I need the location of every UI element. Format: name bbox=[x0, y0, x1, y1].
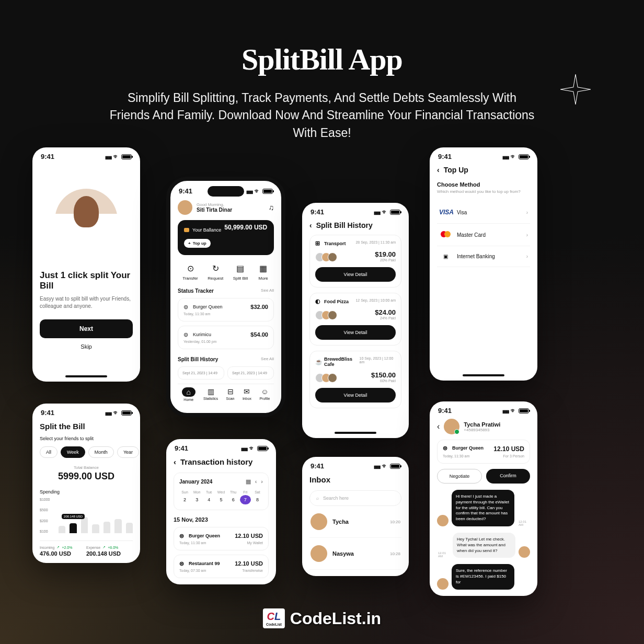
signal-icon bbox=[502, 153, 509, 160]
prev-icon[interactable]: ‹ bbox=[255, 478, 257, 485]
tracker-item[interactable]: ⊜Burger Queen$32.00 Today, 11:30 am bbox=[178, 298, 274, 321]
negotiate-button[interactable]: Negotiate bbox=[437, 469, 482, 484]
history-card[interactable]: Sept 21, 2023 | 14:49 bbox=[178, 366, 224, 380]
transaction-item[interactable]: ⊜Restaurant 9912.10 USD Today, 07:30 amT… bbox=[174, 555, 269, 578]
chevron-right-icon: › bbox=[526, 232, 528, 238]
food-icon: ⊜ bbox=[183, 332, 190, 338]
wifi-icon: ᯤ bbox=[113, 409, 120, 417]
calendar-day[interactable]: 6 bbox=[228, 495, 239, 504]
back-icon[interactable]: ‹ bbox=[437, 166, 440, 174]
history-card[interactable]: Sept 21, 2023 | 14:49 bbox=[227, 366, 274, 380]
wifi-icon: ᯤ bbox=[510, 153, 517, 160]
action-splitbill[interactable]: ▤Split Bill bbox=[233, 262, 248, 281]
clock: 9:41 bbox=[310, 208, 324, 216]
method-mastercard[interactable]: Master Card› bbox=[437, 224, 530, 246]
spending-label: Spending bbox=[40, 489, 133, 494]
tracker-title: Status Tracker bbox=[178, 288, 214, 294]
plus-icon: + bbox=[188, 241, 191, 246]
screen-home: 9:41 ᯤ Good Morning, Siti Tirta Dinar ♫ … bbox=[166, 177, 285, 417]
calendar: January 2024▦‹› SunMonTueWedThuFriSat 23… bbox=[174, 473, 269, 510]
action-transfer[interactable]: ⊙Transfer bbox=[182, 262, 198, 281]
incoming-label: Incoming bbox=[40, 546, 54, 549]
avatar[interactable] bbox=[178, 200, 192, 215]
nav-statistics[interactable]: ▥Statistics bbox=[203, 387, 218, 401]
view-detail-button[interactable]: View Detail bbox=[315, 267, 396, 282]
back-icon[interactable]: ‹ bbox=[437, 422, 440, 431]
mastercard-icon bbox=[439, 231, 452, 238]
calendar-day[interactable]: 4 bbox=[203, 495, 214, 504]
hero-section: SplitBill App Simplify Bill Splitting, T… bbox=[0, 0, 644, 142]
signal-icon bbox=[374, 208, 380, 216]
transfer-icon: ⊙ bbox=[185, 262, 196, 274]
transaction-item[interactable]: ⊜Burger Queen12.10 USD Today, 11:30 amMy… bbox=[174, 527, 269, 550]
nav-scan[interactable]: ⊟Scan bbox=[226, 387, 235, 401]
page-title: Split the Bill bbox=[40, 422, 133, 431]
notification-icon[interactable]: ♫ bbox=[269, 203, 274, 212]
watermark: CL CodeList CodeList.in bbox=[263, 608, 381, 628]
status-bar: 9:41 ᯤ bbox=[166, 439, 276, 454]
method-visa[interactable]: VISAVisa› bbox=[437, 201, 530, 224]
chat-row[interactable]: Nasywa10:28 bbox=[309, 538, 401, 570]
avatar[interactable] bbox=[444, 419, 459, 434]
see-all-link[interactable]: See All bbox=[261, 356, 274, 362]
action-request[interactable]: ↻Request bbox=[208, 262, 223, 281]
confirm-button[interactable]: Confirm bbox=[486, 469, 530, 484]
filter-week[interactable]: Week bbox=[61, 446, 85, 458]
chevron-right-icon: › bbox=[526, 210, 528, 215]
date-heading: 15 Nov, 2023 bbox=[174, 516, 269, 523]
calendar-day-selected[interactable]: 7 bbox=[240, 495, 251, 504]
battery-icon bbox=[519, 154, 529, 159]
wifi-icon: ᯤ bbox=[510, 407, 517, 415]
clock: 9:41 bbox=[179, 187, 192, 195]
chat-row[interactable]: Tycha10:20 bbox=[309, 506, 401, 538]
screen-split-history: 9:41 ᯤ ‹Split Bill History ⊞Transport28 … bbox=[302, 203, 409, 438]
filter-all[interactable]: All bbox=[40, 446, 58, 458]
chat-phone: +4589345893 bbox=[464, 428, 500, 432]
method-internet-banking[interactable]: ▣Internet Banking› bbox=[437, 246, 530, 267]
nav-inbox[interactable]: ✉Inbox bbox=[243, 387, 251, 401]
back-icon[interactable]: ‹ bbox=[174, 457, 176, 466]
back-icon[interactable]: ‹ bbox=[309, 221, 312, 229]
request-icon: ↻ bbox=[210, 262, 221, 274]
skip-button[interactable]: Skip bbox=[40, 343, 133, 350]
calendar-day[interactable]: 3 bbox=[191, 495, 202, 504]
calendar-day[interactable]: 2 bbox=[179, 495, 190, 504]
battery-icon bbox=[390, 464, 400, 469]
see-all-link[interactable]: See All bbox=[261, 288, 274, 294]
calendar-icon[interactable]: ▦ bbox=[246, 478, 251, 485]
battery-icon bbox=[121, 154, 132, 159]
clock: 9:41 bbox=[175, 444, 188, 452]
view-detail-button[interactable]: View Detail bbox=[315, 388, 396, 402]
hero-subtitle: Simplify Bill Splitting, Track Payments,… bbox=[108, 89, 536, 142]
search-input[interactable]: ⌕Search here bbox=[309, 490, 401, 506]
hero-title: SplitBill App bbox=[0, 42, 644, 77]
balance-value: 50,999.00 USD bbox=[224, 224, 267, 231]
cafe-icon: ☕ bbox=[315, 359, 321, 365]
history-card: ⊞Transport28 Sep, 2023 | 11:30 am $19.00… bbox=[309, 235, 401, 288]
greeting: Good Morning, bbox=[197, 202, 232, 207]
calendar-day[interactable]: 5 bbox=[215, 495, 226, 504]
clock: 9:41 bbox=[41, 153, 54, 160]
chart-bar bbox=[126, 523, 133, 533]
screen-split-bill: 9:41 ᯤ Split the Bill Select your friend… bbox=[32, 404, 140, 563]
total-value: 5999.00 USD bbox=[40, 471, 133, 482]
next-button[interactable]: Next bbox=[40, 319, 133, 338]
avatar-stack bbox=[315, 252, 334, 262]
screen-chat: 9:41 ᯤ ‹ Tycha Pratiwi+4589345893 ⊜Burge… bbox=[430, 401, 537, 596]
nav-home[interactable]: ⌂Home bbox=[182, 387, 196, 401]
action-more[interactable]: ▦More bbox=[258, 262, 269, 281]
stats-icon: ▥ bbox=[203, 387, 218, 396]
next-icon[interactable]: › bbox=[261, 478, 263, 485]
home-icon: ⌂ bbox=[182, 387, 196, 397]
page-subtitle: Select your friends to split bbox=[40, 436, 133, 441]
tracker-item[interactable]: ⊜Kurimicu$54.00 Yesterday, 01.00 pm bbox=[178, 326, 274, 349]
filter-year[interactable]: Year bbox=[117, 446, 139, 458]
topup-button[interactable]: +Top up bbox=[184, 239, 211, 248]
calendar-month: January 2024 bbox=[179, 479, 212, 485]
choose-label: Choose Method bbox=[437, 181, 530, 188]
balance-card: Your Ballance50,999.00 USD +Top up bbox=[178, 220, 274, 255]
nav-profile[interactable]: ☺Profile bbox=[259, 387, 270, 401]
calendar-day[interactable]: 8 bbox=[252, 495, 263, 504]
filter-month[interactable]: Month bbox=[88, 446, 114, 458]
view-detail-button[interactable]: View Detail bbox=[315, 325, 396, 340]
